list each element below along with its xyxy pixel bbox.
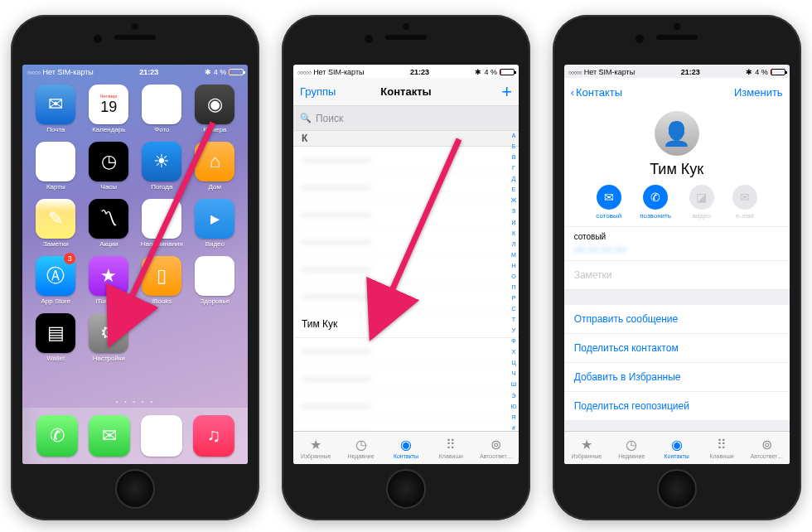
link-row[interactable]: Отправить сообщение <box>564 305 790 334</box>
contact-row[interactable]: ——————— <box>293 365 519 393</box>
index-letter[interactable]: Т <box>510 317 518 322</box>
app-iTunes…[interactable]: ★iTunes… <box>84 256 133 305</box>
app-Wallet[interactable]: ▤Wallet <box>31 313 80 362</box>
dock-app-Телефон[interactable]: ✆ <box>36 415 78 457</box>
app-Фото[interactable]: ❀Фото <box>137 85 186 133</box>
app-Видео[interactable]: ▸Видео <box>190 199 239 248</box>
contact-row-highlighted[interactable]: Тим Кук <box>293 311 519 338</box>
status-time: 21:23 <box>139 68 158 76</box>
app-label: Wallet <box>46 355 65 362</box>
tab-Недавние[interactable]: ◷Недавние <box>338 432 383 464</box>
index-letter[interactable]: Ф <box>510 338 518 344</box>
index-letter[interactable]: И <box>510 220 518 225</box>
index-bar[interactable]: АБВГДЕЖЗИКЛМНОПРСТУФХЦЧШЭЮЯ# <box>510 133 518 431</box>
app-Настройки[interactable]: ⚙Настройки1 <box>84 313 133 362</box>
index-letter[interactable]: У <box>510 327 518 333</box>
phone-label: сотовый <box>574 232 780 241</box>
signal-icon <box>297 68 311 76</box>
action-позвонить[interactable]: ✆позвонить <box>640 185 671 220</box>
app-Часы[interactable]: ◷Часы <box>84 142 133 191</box>
tab-Избранные[interactable]: ★Избранные <box>564 432 609 464</box>
edit-button[interactable]: Изменить <box>734 86 783 99</box>
dock-app-Сообщения[interactable]: ✉ <box>89 415 130 457</box>
tab-Клавиши[interactable]: ⠿Клавиши <box>699 432 744 464</box>
index-letter[interactable]: Д <box>510 176 518 181</box>
avatar: 👤 <box>655 111 699 156</box>
index-letter[interactable]: М <box>510 252 518 258</box>
index-letter[interactable]: Х <box>510 349 518 355</box>
index-letter[interactable]: А <box>510 133 518 138</box>
app-App Store[interactable]: ⒶApp Store3 <box>31 256 80 305</box>
index-letter[interactable]: В <box>510 154 518 160</box>
action-сотовый[interactable]: ✉сотовый <box>596 185 621 220</box>
search-input[interactable]: 🔍 Поиск <box>293 106 519 131</box>
tab-Избранные[interactable]: ★Избранные <box>293 432 338 464</box>
app-icon: ◉ <box>195 85 234 124</box>
dock-app-Safari[interactable]: ◎ <box>141 415 182 457</box>
index-letter[interactable]: Р <box>510 295 518 301</box>
tab-Контакты[interactable]: ◉Контакты <box>384 432 428 464</box>
link-row[interactable]: Поделиться геопозицией <box>564 392 790 421</box>
contact-row[interactable]: ——————— <box>293 256 519 283</box>
tab-Автоответ…[interactable]: ⊚Автоответ… <box>744 432 789 464</box>
navbar: Группы Контакты + <box>293 78 519 106</box>
app-Погода[interactable]: ☀Погода <box>137 142 186 191</box>
contact-row[interactable]: ——————— <box>293 229 519 256</box>
index-letter[interactable]: Я <box>510 414 518 420</box>
app-Акции[interactable]: 〽Акции <box>84 199 133 248</box>
index-letter[interactable]: О <box>510 273 518 279</box>
index-letter[interactable]: Ц <box>510 360 518 365</box>
index-letter[interactable]: Н <box>510 263 518 268</box>
app-label: Карты <box>46 183 65 191</box>
index-letter[interactable]: З <box>510 208 518 214</box>
index-letter[interactable]: Ю <box>510 404 518 409</box>
action-label: сотовый <box>596 212 621 220</box>
nav-title: Контакты <box>380 85 431 98</box>
index-letter[interactable]: Ш <box>510 381 518 387</box>
index-letter[interactable]: Ч <box>510 370 518 376</box>
dock-app-Музыка[interactable]: ♫ <box>193 415 234 457</box>
app-iBooks[interactable]: ▯iBooks <box>137 256 186 305</box>
link-row[interactable]: Поделиться контактом <box>564 334 790 363</box>
contact-list[interactable]: ————————————————————————————————————————… <box>293 147 519 464</box>
notes-field[interactable]: Заметки <box>564 260 790 290</box>
contact-row[interactable]: ——————— <box>293 147 519 174</box>
index-letter[interactable]: # <box>510 425 518 431</box>
app-Камера[interactable]: ◉Камера <box>190 85 239 133</box>
link-row[interactable]: Добавить в Избранные <box>564 363 790 392</box>
tab-Контакты[interactable]: ◉Контакты <box>654 432 698 464</box>
index-letter[interactable]: Г <box>510 165 518 171</box>
index-letter[interactable]: Э <box>510 393 518 399</box>
index-letter[interactable]: С <box>510 306 518 312</box>
app-label: Фото <box>154 126 169 133</box>
contact-row[interactable]: ——————— <box>293 174 519 201</box>
app-icon: ▤ <box>36 313 75 353</box>
index-letter[interactable]: Е <box>510 186 518 192</box>
tab-Недавние[interactable]: ◷Недавние <box>609 432 654 464</box>
index-letter[interactable]: Ж <box>510 197 518 203</box>
app-Карты[interactable]: ➤Карты <box>31 142 80 191</box>
contact-row[interactable]: ——————— <box>293 201 519 229</box>
phone-field[interactable]: сотовый — — — — <box>564 226 790 260</box>
app-icon: ✉ <box>36 85 75 124</box>
app-Здоровье[interactable]: ♥Здоровье <box>190 256 239 305</box>
index-letter[interactable]: К <box>510 230 518 236</box>
tab-Автоответ…[interactable]: ⊚Автоответ… <box>474 432 519 464</box>
app-Дом[interactable]: ⌂Дом <box>190 142 239 191</box>
index-letter[interactable]: Л <box>510 241 518 247</box>
app-Напоминания[interactable]: ☰Напоминания <box>137 199 186 248</box>
groups-button[interactable]: Группы <box>300 85 336 98</box>
contact-row[interactable]: ——————— <box>293 338 519 365</box>
bluetooth-icon: ✱ <box>205 68 211 76</box>
back-button[interactable]: ‹ Контакты <box>571 86 623 99</box>
tab-bar: ★Избранные◷Недавние◉Контакты⠿Клавиши⊚Авт… <box>293 431 519 464</box>
add-contact-button[interactable]: + <box>501 81 512 103</box>
tab-Клавиши[interactable]: ⠿Клавиши <box>428 432 473 464</box>
app-Календарь[interactable]: Четверг19Календарь <box>84 85 133 133</box>
contact-row[interactable]: ——————— <box>293 393 519 420</box>
contact-row[interactable]: ——————— <box>293 283 519 311</box>
app-Заметки[interactable]: ✎Заметки <box>31 199 80 248</box>
index-letter[interactable]: Б <box>510 143 518 149</box>
index-letter[interactable]: П <box>510 284 518 290</box>
app-Почта[interactable]: ✉Почта <box>31 85 80 133</box>
